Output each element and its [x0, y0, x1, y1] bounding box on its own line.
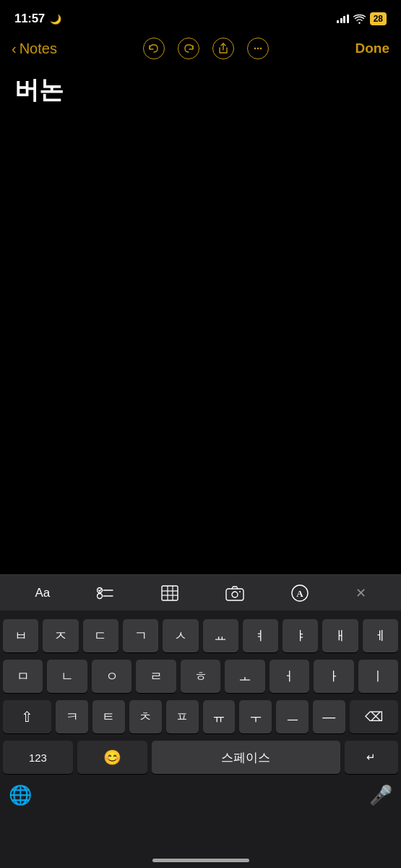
- status-time-container: 11:57 🌙: [14, 12, 61, 26]
- space-key[interactable]: 스페이스: [152, 741, 340, 774]
- key-nieun[interactable]: ㄴ: [47, 660, 87, 693]
- key-o[interactable]: ㅗ: [225, 660, 264, 693]
- key-siot[interactable]: ㅅ: [163, 619, 198, 652]
- key-tieut[interactable]: ㅌ: [92, 700, 125, 733]
- key-yo[interactable]: ㅛ: [203, 619, 238, 652]
- share-button[interactable]: [212, 38, 234, 59]
- svg-rect-7: [162, 586, 178, 600]
- nav-action-icons: [143, 38, 269, 59]
- redo-button[interactable]: [178, 38, 199, 59]
- close-keyboard-button[interactable]: ✕: [355, 585, 366, 601]
- key-ieung[interactable]: ㅇ: [92, 660, 131, 693]
- camera-icon: [225, 585, 244, 601]
- svg-point-6: [98, 593, 103, 598]
- back-chevron-icon: ‹: [12, 41, 17, 57]
- svg-point-0: [254, 48, 256, 50]
- key-yeo[interactable]: ㅕ: [243, 619, 278, 652]
- signal-icon: [337, 14, 349, 23]
- key-eo[interactable]: ㅓ: [270, 660, 309, 693]
- emoji-key[interactable]: 😊: [77, 741, 147, 774]
- checklist-icon: [97, 585, 114, 601]
- keyboard: ㅂ ㅈ ㄷ ㄱ ㅅ ㅛ ㅕ ㅑ ㅐ ㅔ ㅁ ㄴ ㅇ ㄹ ㅎ ㅗ ㅓ ㅏ ㅣ ⇧ …: [0, 610, 401, 868]
- key-giyeok[interactable]: ㄱ: [123, 619, 158, 652]
- svg-point-3: [98, 587, 103, 592]
- svg-text:A: A: [296, 588, 303, 599]
- navigation-bar: ‹ Notes: [0, 32, 401, 68]
- table-icon: [161, 585, 178, 601]
- key-hieut[interactable]: ㅎ: [181, 660, 220, 693]
- key-e[interactable]: ㅔ: [363, 619, 398, 652]
- delete-key[interactable]: ⌫: [350, 700, 398, 733]
- key-pieup[interactable]: ㅍ: [166, 700, 199, 733]
- keyboard-row-2: ㅁ ㄴ ㅇ ㄹ ㅎ ㅗ ㅓ ㅏ ㅣ: [0, 660, 401, 693]
- aa-label: Aa: [35, 586, 50, 600]
- undo-button[interactable]: [143, 38, 165, 59]
- markup-icon: A: [291, 584, 309, 602]
- key-bieup[interactable]: ㅂ: [3, 619, 38, 652]
- moon-icon: 🌙: [50, 14, 61, 25]
- keyboard-row-3: ⇧ ㅋ ㅌ ㅊ ㅍ ㅠ ㅜ ㅡ — ⌫: [0, 700, 401, 733]
- home-bar: [152, 859, 249, 862]
- close-icon: ✕: [355, 585, 366, 601]
- checklist-button[interactable]: [97, 585, 114, 601]
- svg-point-2: [260, 48, 262, 50]
- status-time: 11:57: [14, 12, 45, 25]
- nav-back[interactable]: ‹ Notes: [12, 41, 57, 57]
- key-mieum[interactable]: ㅁ: [3, 660, 43, 693]
- back-label[interactable]: Notes: [20, 41, 57, 57]
- format-text-button[interactable]: Aa: [35, 586, 50, 600]
- battery-indicator: 28: [370, 12, 387, 25]
- shift-key[interactable]: ⇧: [3, 700, 51, 733]
- note-title: 버논: [14, 75, 387, 105]
- svg-point-1: [257, 48, 259, 50]
- microphone-button[interactable]: 🎤: [369, 784, 392, 807]
- svg-point-13: [232, 592, 238, 597]
- svg-rect-12: [226, 589, 243, 600]
- key-eu[interactable]: ㅡ: [276, 700, 309, 733]
- battery-level: 28: [374, 14, 383, 24]
- key-a[interactable]: ㅏ: [314, 660, 353, 693]
- numbers-key[interactable]: 123: [3, 741, 73, 774]
- wifi-icon: [353, 14, 366, 24]
- status-icons: 28: [337, 12, 387, 25]
- globe-button[interactable]: 🌐: [9, 784, 32, 807]
- keyboard-bottom-bar: 🌐 🎤: [0, 781, 401, 809]
- keyboard-row-1: ㅂ ㅈ ㄷ ㄱ ㅅ ㅛ ㅕ ㅑ ㅐ ㅔ: [0, 610, 401, 652]
- key-jieut[interactable]: ㅈ: [43, 619, 78, 652]
- more-button[interactable]: [247, 38, 269, 59]
- key-i[interactable]: ㅣ: [358, 660, 398, 693]
- table-button[interactable]: [161, 585, 178, 601]
- key-dash[interactable]: —: [313, 700, 345, 733]
- camera-button[interactable]: [225, 585, 244, 601]
- keyboard-row-4: 123 😊 스페이스 ↵: [0, 741, 401, 774]
- status-bar: 11:57 🌙 28: [0, 0, 401, 32]
- key-yu[interactable]: ㅠ: [203, 700, 236, 733]
- key-kieuk[interactable]: ㅋ: [56, 700, 88, 733]
- done-button[interactable]: Done: [355, 41, 389, 56]
- key-digeut[interactable]: ㄷ: [83, 619, 118, 652]
- markup-button[interactable]: A: [291, 584, 309, 602]
- key-u[interactable]: ㅜ: [239, 700, 272, 733]
- key-ae[interactable]: ㅐ: [322, 619, 358, 652]
- note-content-area[interactable]: 버논: [0, 68, 401, 506]
- key-chieut[interactable]: ㅊ: [129, 700, 162, 733]
- key-ya[interactable]: ㅑ: [283, 619, 318, 652]
- keyboard-toolbar: Aa A ✕: [0, 574, 401, 610]
- return-key[interactable]: ↵: [345, 741, 399, 774]
- svg-point-14: [239, 591, 241, 592]
- key-rieul[interactable]: ㄹ: [136, 660, 176, 693]
